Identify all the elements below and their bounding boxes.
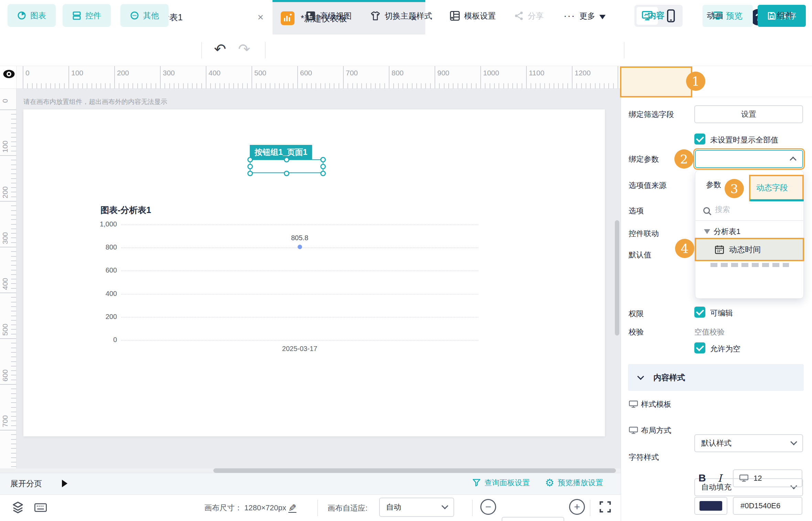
allow-empty-label: 允许为空	[710, 344, 740, 354]
resize-handle[interactable]	[320, 164, 326, 169]
preview-play-settings-label: 预览播放设置	[558, 478, 603, 488]
allow-empty-checkbox[interactable]	[694, 342, 705, 353]
canvas-fit-select[interactable]: 自动	[379, 498, 454, 517]
layout-mode-label: 布局方式	[641, 425, 671, 436]
font-color-picker[interactable]	[694, 497, 727, 515]
resize-handle[interactable]	[320, 157, 326, 162]
ruler-tick-label: 1100	[529, 69, 544, 77]
statusbar-divider	[590, 500, 590, 516]
dropdown-tab-dynamic-field[interactable]: 动态字段	[756, 182, 788, 193]
widget-link-label: 控件联动	[629, 228, 659, 239]
query-panel-settings-button[interactable]: 查询面板设置	[472, 478, 530, 488]
share-button: 分享	[514, 0, 544, 32]
ruler-tick-label: 800	[392, 69, 404, 77]
share-label: 分享	[528, 11, 544, 21]
tree-root-analysis-sheet[interactable]: 分析表1	[714, 226, 740, 237]
insert-other-button[interactable]: 其他	[120, 4, 169, 27]
statusbar-divider	[472, 500, 473, 516]
resize-handle[interactable]	[284, 157, 289, 162]
bind-filter-settings-button[interactable]: 设置	[694, 105, 803, 123]
dropdown-item-dynamic-time[interactable]: 动态时间	[695, 238, 804, 261]
zoom-out-button[interactable]: −	[480, 499, 496, 515]
close-icon[interactable]: ×	[257, 11, 264, 23]
ruler-tick-label: 100	[71, 69, 83, 77]
theme-icon	[370, 11, 381, 21]
keyboard-icon[interactable]	[34, 503, 47, 512]
zoom-level-select[interactable]: 66%	[502, 517, 564, 521]
style-template-select[interactable]: 默认样式	[694, 434, 803, 452]
font-size-field[interactable]: 12	[733, 469, 802, 487]
ruler-tick-label: 300	[163, 69, 175, 77]
eye-icon[interactable]	[3, 69, 15, 79]
more-menu-button[interactable]: ··· 更多	[564, 0, 606, 32]
switch-theme-button[interactable]: 切换主题样式	[370, 0, 432, 32]
editable-checkbox[interactable]	[694, 307, 705, 318]
default-value-label: 默认值	[629, 250, 651, 260]
zoom-in-button[interactable]: +	[569, 499, 585, 515]
chart-gridline	[121, 340, 478, 341]
resize-handle[interactable]	[320, 171, 326, 176]
resize-handle[interactable]	[247, 171, 253, 176]
smiley-icon	[130, 11, 139, 20]
toolbar-divider	[265, 42, 266, 59]
layers-icon[interactable]	[12, 501, 23, 513]
chart-gridline	[121, 224, 478, 225]
chart-title: 图表-分析表1	[100, 204, 151, 216]
italic-button[interactable]: I	[718, 472, 722, 484]
filter-funnel-icon	[472, 478, 481, 487]
caret-down-icon	[599, 15, 606, 19]
bold-button[interactable]: B	[698, 472, 706, 484]
bind-parameter-combobox[interactable]	[695, 150, 803, 168]
redo-icon[interactable]: ↷	[238, 41, 250, 57]
preview-play-settings-button[interactable]: ⚙ 预览播放设置	[545, 478, 603, 488]
chart-y-tick-label: 200	[83, 313, 117, 321]
bind-filter-field-label: 绑定筛选字段	[629, 109, 674, 120]
step-annotation-4: 4	[675, 239, 694, 258]
style-template-value: 默认样式	[701, 438, 731, 448]
resize-handle[interactable]	[247, 157, 253, 162]
undo-icon[interactable]: ↶	[214, 41, 226, 57]
edit-pencil-icon[interactable]: ✎	[288, 502, 296, 514]
tab-component[interactable]: 组件	[768, 0, 802, 31]
content-style-label: 内容样式	[653, 372, 685, 383]
show-all-values-checkbox[interactable]	[694, 134, 705, 145]
dynamic-field-tab-underline	[750, 199, 804, 201]
advanced-view-button[interactable]: 高级视图	[306, 0, 352, 32]
canvas-hscrollbar-thumb[interactable]	[213, 468, 616, 473]
ruler-tick-label: 500	[1, 322, 9, 337]
ruler-tick-label: 400	[209, 69, 221, 77]
query-panel-settings-label: 查询面板设置	[484, 478, 530, 488]
canvas-size-value: 1280×720px	[244, 503, 286, 512]
step-annotation-1: 1	[686, 72, 705, 91]
chart-y-tick-label: 600	[83, 266, 117, 274]
expand-caret-icon[interactable]	[62, 480, 67, 487]
canvas-vscrollbar-thumb[interactable]	[615, 220, 619, 336]
chevron-up-icon	[790, 157, 797, 163]
insert-widget-label: 控件	[85, 10, 101, 21]
dropdown-tab-parameter[interactable]: 参数	[706, 180, 721, 190]
insert-chart-button[interactable]: 图表	[8, 4, 56, 27]
resize-handle[interactable]	[247, 164, 253, 169]
option-value-source-label: 选项值来源	[629, 180, 666, 191]
tab-animation[interactable]: 动画	[698, 0, 732, 31]
tab-content[interactable]: 内容	[634, 0, 679, 31]
widget-icon	[72, 11, 81, 20]
more-dots-icon: ···	[564, 10, 575, 21]
ruler-tick-label: 200	[1, 185, 9, 200]
calendar-icon	[715, 245, 724, 254]
fullscreen-icon[interactable]	[599, 500, 612, 513]
dashboard-editor: 分析表1 × *新建仪表板 × ? N 图表 控件 其他 ↶ ↷	[0, 0, 812, 521]
tree-caret-down-icon[interactable]	[704, 229, 710, 234]
step-annotation-2: 2	[674, 149, 694, 169]
chart-gridline	[121, 270, 478, 271]
search-input[interactable]	[715, 205, 794, 214]
ruler-tick-label: 500	[254, 69, 266, 77]
font-color-hex-field[interactable]: #0D1540E6	[733, 497, 802, 515]
template-settings-button[interactable]: 模板设置	[450, 0, 496, 32]
content-style-section-header[interactable]: 内容样式	[628, 364, 804, 391]
resize-handle[interactable]	[284, 171, 289, 176]
color-swatch	[699, 501, 722, 511]
expand-pages-button[interactable]: 展开分页	[10, 478, 42, 489]
insert-widget-button[interactable]: 控件	[63, 4, 111, 27]
selected-button-group-widget[interactable]	[250, 159, 323, 173]
